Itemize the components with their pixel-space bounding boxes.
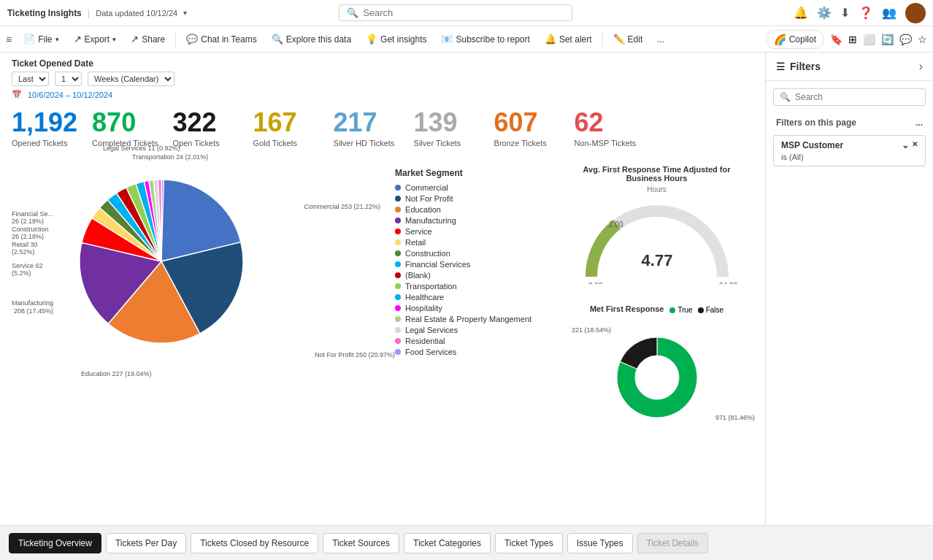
kpi-item: 139 Silver Tickets <box>414 108 494 147</box>
layout-icon[interactable]: ⬜ <box>863 34 875 45</box>
filters-search-container[interactable]: 🔍 <box>773 88 926 106</box>
legend-label: Food Services <box>405 348 456 356</box>
refresh-icon[interactable]: 🔄 <box>881 34 894 45</box>
legend-color-dot <box>395 349 401 355</box>
filter-period2-select[interactable]: 1 <box>55 72 82 86</box>
comment-icon[interactable]: 💬 <box>899 34 912 45</box>
tab-button[interactable]: Issue Types <box>567 533 633 553</box>
view-icon[interactable]: ⊞ <box>848 34 857 45</box>
share-people-icon[interactable]: 👥 <box>882 6 896 20</box>
legend-color-dot <box>395 261 401 267</box>
kpi-item: 217 Silver HD Tickets <box>334 108 414 147</box>
export-chevron-icon: ▾ <box>112 36 116 43</box>
legend-label: Healthcare <box>405 293 444 302</box>
legend-color-dot <box>395 250 401 256</box>
msp-customer-filter[interactable]: MSP Customer ⌄ ✕ is (All) <box>773 135 926 166</box>
legend-item: Retail <box>395 238 548 247</box>
get-insights-button[interactable]: 💡 Get insights <box>360 31 432 47</box>
kpi-item: 607 Bronze Tickets <box>494 108 575 147</box>
export-icon: ↗ <box>74 34 82 45</box>
legend-item: Construction <box>395 249 548 258</box>
legend-item: (Blank) <box>395 271 548 280</box>
legend-color-dot <box>395 338 401 344</box>
left-collapse-btn[interactable]: ≡ <box>6 34 12 45</box>
true-dot <box>669 307 675 313</box>
copilot-button[interactable]: 🌈 Copilot <box>766 30 824 49</box>
export-button[interactable]: ↗ Export ▾ <box>68 31 123 47</box>
explore-data-button[interactable]: 🔍 Explore this data <box>266 31 357 47</box>
share-button[interactable]: ↗ Share <box>125 31 171 47</box>
subscribe-button[interactable]: 📧 Subscribe to report <box>435 31 535 47</box>
donut-svg <box>591 319 723 436</box>
tab-button[interactable]: Ticketing Overview <box>9 533 101 553</box>
pie-chart-wrapper: Legal Services 11 (0.92%) Transportation… <box>59 159 264 366</box>
legend-color-dot <box>395 316 401 322</box>
kpi-row: 1,192 Opened Tickets 870 Completed Ticke… <box>12 108 753 147</box>
user-avatar[interactable] <box>905 3 926 23</box>
kpi-value: 139 <box>414 108 458 137</box>
filters-on-page-label: Filters on this page ... <box>766 113 933 132</box>
toolbar: ≡ 📄 File ▾ ↗ Export ▾ ↗ Share 💬 Chat in … <box>0 26 933 53</box>
title-chevron[interactable]: ▾ <box>183 9 187 17</box>
help-icon[interactable]: ❓ <box>859 6 873 20</box>
tab-button[interactable]: Tickets Per Day <box>106 533 186 553</box>
chat-in-teams-button[interactable]: 💬 Chat in Teams <box>180 31 262 47</box>
edit-button[interactable]: ✏️ Edit <box>607 31 649 47</box>
edit-icon: ✏️ <box>613 34 625 45</box>
tab-button[interactable]: Ticket Sources <box>323 533 399 553</box>
pie-svg <box>59 159 264 364</box>
tab-button[interactable]: Tickets Closed by Resource <box>191 533 318 553</box>
legend-label: Financial Services <box>405 260 470 269</box>
kpi-value: 322 <box>173 108 217 137</box>
date-range: 10/6/2024 – 10/12/2024 <box>28 91 112 99</box>
filter-period3-select[interactable]: Weeks (Calendar) <box>88 72 174 86</box>
legend-color-dot <box>395 272 401 278</box>
file-button[interactable]: 📄 File ▾ <box>18 31 64 47</box>
filters-search-input[interactable] <box>795 92 919 102</box>
download-icon[interactable]: ⬇ <box>840 6 850 20</box>
true-value-label: 971 (81.46%) <box>715 414 755 421</box>
tab-button[interactable]: Ticket Types <box>495 533 563 553</box>
star-icon[interactable]: ☆ <box>918 34 927 45</box>
share-icon: ↗ <box>131 34 139 45</box>
main-layout: Ticket Opened Date Last 1 Weeks (Calenda… <box>0 53 933 525</box>
more-button[interactable]: ... <box>651 31 670 47</box>
legend-color-dot <box>395 327 401 333</box>
settings-icon[interactable]: ⚙️ <box>817 6 832 20</box>
kpi-value: 217 <box>334 108 377 137</box>
kpi-value: 1,192 <box>12 108 77 137</box>
search-icon: 🔍 <box>347 7 358 18</box>
kpi-item: 322 Open Tickets <box>173 108 253 147</box>
global-search-bar[interactable]: 🔍 <box>339 4 572 21</box>
filter-chip-chevron[interactable]: ⌄ <box>902 140 909 150</box>
insights-icon: 💡 <box>366 34 377 45</box>
filter-chip-clear[interactable]: ✕ <box>912 140 918 150</box>
svg-text:24.00: 24.00 <box>719 282 737 284</box>
tab-button[interactable]: Ticket Categories <box>404 533 491 553</box>
set-alert-button[interactable]: 🔔 Set alert <box>539 31 598 47</box>
legend-label: (Blank) <box>405 271 431 280</box>
filter-period1-select[interactable]: Last <box>12 72 49 86</box>
toolbar-separator-1 <box>175 32 176 47</box>
legend-label: Service <box>405 227 432 236</box>
bookmark-icon[interactable]: 🔖 <box>830 34 842 45</box>
kpi-value: 870 <box>92 108 136 137</box>
donut-title: Met First Response <box>590 304 664 313</box>
filters-more-icon[interactable]: ... <box>915 118 923 128</box>
alert-icon: 🔔 <box>545 34 556 45</box>
donut-segment[interactable] <box>620 337 657 369</box>
global-search-input[interactable] <box>363 7 564 18</box>
filters-header: ☰ Filters › <box>766 53 933 81</box>
kpi-label: Silver Tickets <box>414 139 461 147</box>
filters-collapse-icon[interactable]: › <box>919 60 923 73</box>
legend-label: Construction <box>405 249 450 258</box>
legend-color-dot <box>395 229 401 234</box>
filter-section: Ticket Opened Date Last 1 Weeks (Calenda… <box>12 58 753 99</box>
legend-color-dot <box>395 185 401 191</box>
filter-icon: ☰ <box>776 61 786 72</box>
false-dot <box>698 307 704 313</box>
calendar-icon: 📅 <box>12 90 22 99</box>
label-education: Education 227 (19.04%) <box>81 370 152 377</box>
notification-icon[interactable]: 🔔 <box>794 6 808 20</box>
legend-label: Retail <box>405 238 426 247</box>
